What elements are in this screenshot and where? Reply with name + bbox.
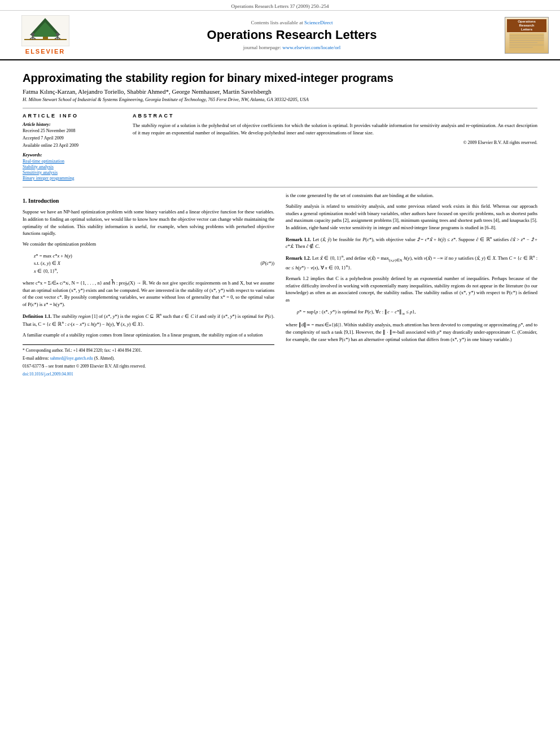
article-history-label: Article history: xyxy=(23,122,121,127)
orl-logo-title: OperationsResearchLetters xyxy=(507,19,546,33)
sciencedirect-line: Contents lists available at ScienceDirec… xyxy=(90,20,493,25)
journal-homepage: journal homepage: www.elsevier.com/locat… xyxy=(90,45,493,50)
paper-title: Approximating the stability region for b… xyxy=(23,72,537,85)
abstract-text: The stability region of a solution is th… xyxy=(133,122,537,137)
svg-rect-13 xyxy=(509,33,544,51)
authors: Fatma Kılınç-Karzan, Alejandro Toriello,… xyxy=(23,88,537,95)
elsevier-tree-icon xyxy=(21,15,69,46)
keyword-2[interactable]: Stability analysis xyxy=(23,164,121,169)
content-area: Approximating the stability region for b… xyxy=(0,60,560,391)
remark12-note: Remark 1.2 implies that C is a polyhedro… xyxy=(286,275,537,304)
keywords-label: Keywords: xyxy=(23,152,121,158)
eq-line1: z* = max c*x + h(y) xyxy=(34,252,260,260)
journal-title: Operations Research Letters xyxy=(90,28,493,42)
journal-center-info: Contents lists available at ScienceDirec… xyxy=(79,20,505,50)
left-column: 1. Introduction Suppose we have an NP-ha… xyxy=(23,192,274,379)
divider-after-abstract xyxy=(23,187,537,187)
body-two-columns: 1. Introduction Suppose we have an NP-ha… xyxy=(23,192,537,379)
footnote-email: E-mail address: sahmed@isye.gatech.edu (… xyxy=(23,355,274,361)
stability-radius-formula: ρ* = sup{ρ : (x*, y*) is optimal for P(c… xyxy=(286,308,537,317)
footer-doi: doi:10.1016/j.orl.2009.04.001 xyxy=(23,371,274,377)
abstract-heading: ABSTRACT xyxy=(133,113,537,119)
page: Operations Research Letters 37 (2009) 25… xyxy=(0,0,560,747)
eq-line2: s.t. (x, y) ∈ X xyxy=(34,260,260,267)
article-info-panel: ARTICLE INFO Article history: Received 2… xyxy=(23,113,121,181)
keyword-1[interactable]: Real-time optimization xyxy=(23,159,121,164)
svg-point-5 xyxy=(31,33,34,36)
journal-homepage-link[interactable]: www.elsevier.com/locate/orl xyxy=(282,45,340,50)
abstract-panel: ABSTRACT The stability region of a solut… xyxy=(133,113,537,181)
article-info-abstract: ARTICLE INFO Article history: Received 2… xyxy=(23,113,537,181)
remark11-text: Remark 1.1. Let (x̂, ŷ) be feasible for … xyxy=(286,235,537,250)
footer-copyright: 0167-6377/$ – see front matter © 2009 El… xyxy=(23,363,274,369)
intro-heading: 1. Introduction xyxy=(23,196,274,205)
right-p1: is the cone generated by the set of cons… xyxy=(286,192,537,199)
intro-p1: Suppose we have an NP-hard optimization … xyxy=(23,208,274,237)
available-date: Available online 23 April 2009 xyxy=(23,143,121,148)
remark-1-2: Remark 1.2. Let x̂ ∈ {0, 1}n, and define… xyxy=(286,254,537,272)
equation-block: z* = max c*x + h(y) s.t. (x, y) ∈ X x ∈ … xyxy=(23,251,274,276)
footnote-area: * Corresponding author. Tel.: +1 404 894… xyxy=(23,344,274,378)
keywords-section: Keywords: Real-time optimization Stabili… xyxy=(23,152,121,181)
definition-1-1: Definition 1.1. The stability region [1]… xyxy=(23,312,274,328)
intro-p4: A familiar example of a stability region… xyxy=(23,331,274,339)
stability-radius-eq: ρ* = sup{ρ : (x*, y*) is optimal for P(c… xyxy=(286,307,537,318)
footnote-star: * Corresponding author. Tel.: +1 404 894… xyxy=(23,347,274,353)
def1-text: Definition 1.1. The stability region [1]… xyxy=(23,312,274,328)
right-p-final: where ‖d‖∞ = maxᵢ∈ₙ{|dᵢ|}. Within stabil… xyxy=(286,321,537,343)
svg-point-9 xyxy=(56,33,59,36)
right-p2: Stability analysis is related to sensiti… xyxy=(286,203,537,231)
remark12-text: Remark 1.2. Let x̂ ∈ {0, 1}n, and define… xyxy=(286,254,537,272)
keyword-4[interactable]: Binary integer programming xyxy=(23,176,121,181)
eq-line3: x ∈ {0, 1}n, xyxy=(34,267,260,275)
right-column: is the cone generated by the set of cons… xyxy=(286,192,537,379)
remark-1-1: Remark 1.1. Let (x̂, ŷ) be feasible for … xyxy=(286,235,537,250)
doi-link[interactable]: doi:10.1016/j.orl.2009.04.001 xyxy=(23,372,73,377)
affiliation: H. Milton Stewart School of Industrial &… xyxy=(23,97,537,102)
article-info-heading: ARTICLE INFO xyxy=(23,113,121,119)
elsevier-logo: ELSEVIER xyxy=(11,15,79,55)
equation-content: z* = max c*x + h(y) s.t. (x, y) ∈ X x ∈ … xyxy=(23,252,260,275)
journal-header: ELSEVIER Contents lists available at Sci… xyxy=(0,11,560,60)
copyright-line: © 2009 Elsevier B.V. All rights reserved… xyxy=(133,140,537,145)
journal-reference: Operations Research Letters 37 (2009) 25… xyxy=(0,0,560,11)
email-link[interactable]: sahmed@isye.gatech.edu xyxy=(50,356,93,361)
intro-p2: We consider the optimization problem xyxy=(23,241,274,248)
keyword-3[interactable]: Sensitivity analysis xyxy=(23,170,121,175)
equation-label: (P(c*)) xyxy=(260,260,274,267)
elsevier-wordmark: ELSEVIER xyxy=(25,48,65,55)
received-date: Received 25 November 2008 xyxy=(23,128,121,133)
orl-logo: OperationsResearchLetters xyxy=(505,17,549,54)
sciencedirect-link[interactable]: ScienceDirect xyxy=(304,20,333,25)
accepted-date: Accepted 7 April 2009 xyxy=(23,136,121,141)
divider-after-title xyxy=(23,108,537,108)
intro-p3: where c*x = Σᵢ∈ₙ cᵢ*xᵢ, N = {1, . . . , … xyxy=(23,279,274,308)
